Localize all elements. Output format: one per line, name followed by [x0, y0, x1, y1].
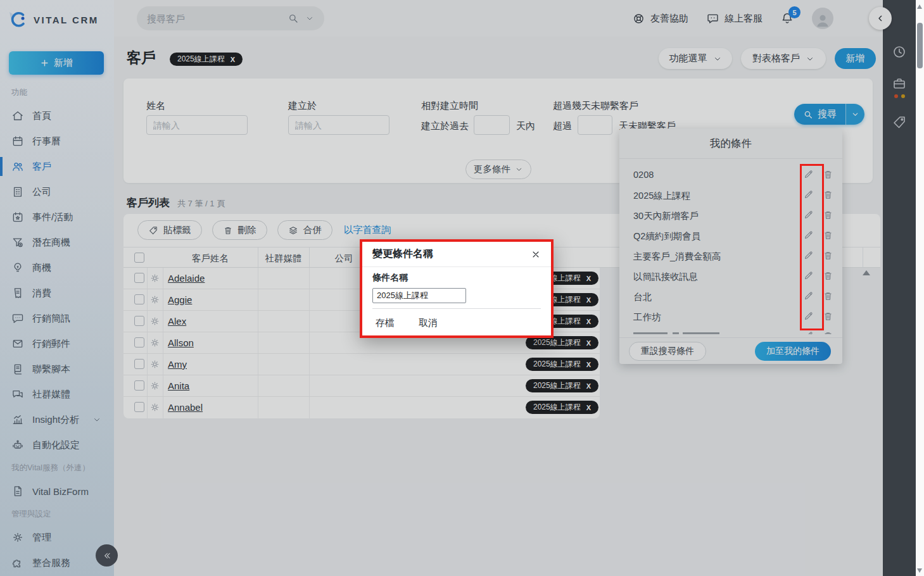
prefix-search-link[interactable]: 以字首查詢	[344, 224, 391, 236]
row-checkbox[interactable]	[134, 337, 144, 347]
search-icon[interactable]	[288, 13, 299, 24]
condition-name-input[interactable]	[372, 288, 466, 303]
sidebar-item-sms-marketing[interactable]: 行銷簡訊	[0, 306, 114, 331]
customer-name-link[interactable]: Aggie	[168, 294, 192, 305]
cancel-button[interactable]: 取消	[419, 317, 438, 329]
table-scroll-up-arrow[interactable]	[863, 270, 870, 275]
pencil-icon[interactable]	[803, 311, 814, 322]
sidebar-item-opportunities[interactable]: 商機	[0, 255, 114, 280]
condition-item[interactable]: Q2續約到期會員	[619, 225, 842, 246]
add-customer-button[interactable]: 新增	[835, 48, 876, 69]
app-logo[interactable]: VITAL CRM	[8, 10, 99, 29]
more-conditions-button[interactable]: 更多條件	[465, 160, 531, 179]
customer-name-link[interactable]: Adelaide	[168, 273, 205, 284]
name-filter-input[interactable]	[146, 115, 248, 135]
gear-icon[interactable]	[149, 316, 160, 327]
sidebar-item-insight[interactable]: Insight分析	[0, 407, 114, 432]
sidebar-item-customers[interactable]: 客戶	[0, 154, 114, 179]
delete-button[interactable]: 刪除	[212, 220, 267, 240]
global-search[interactable]	[137, 6, 324, 30]
active-filter-tag[interactable]: 2025線上課程 X	[170, 53, 243, 66]
add-to-my-conditions-button[interactable]: 加至我的條件	[755, 342, 831, 361]
condition-item[interactable]: 0208	[619, 165, 842, 185]
trash-icon[interactable]	[823, 311, 833, 322]
global-search-input[interactable]	[147, 13, 281, 24]
sidebar-item-leads[interactable]: 潛在商機	[0, 230, 114, 255]
sidebar-item-email-marketing[interactable]: 行銷郵件	[0, 331, 114, 356]
customer-name-link[interactable]: Anita	[168, 380, 189, 391]
row-tag[interactable]: 2025線上課程X	[526, 336, 598, 349]
created-filter-input[interactable]	[288, 115, 389, 135]
page-scrollbar[interactable]	[916, 0, 924, 576]
sidebar-item-contact-scripts[interactable]: 聯繫腳本	[0, 356, 114, 382]
pencil-icon[interactable]	[803, 210, 814, 220]
search-button[interactable]: 搜尋	[794, 104, 845, 125]
row-checkbox[interactable]	[134, 316, 144, 326]
customer-name-link[interactable]: Allson	[168, 337, 194, 348]
row-tag-close[interactable]: X	[586, 296, 591, 304]
trash-icon[interactable]	[823, 270, 833, 281]
row-tag[interactable]: 2025線上課程X	[526, 358, 598, 371]
pencil-icon[interactable]	[803, 250, 814, 261]
row-tag[interactable]: 2025線上課程X	[526, 379, 598, 392]
customer-name-link[interactable]: Alex	[168, 316, 186, 327]
row-checkbox[interactable]	[134, 402, 144, 412]
gear-icon[interactable]	[149, 337, 160, 348]
row-tag-close[interactable]: X	[586, 404, 591, 411]
notifications-button[interactable]: 5	[780, 11, 794, 25]
sidebar-item-spending[interactable]: 消費	[0, 280, 114, 306]
pencil-icon[interactable]	[803, 270, 814, 281]
pencil-icon[interactable]	[803, 291, 814, 301]
panel-collapse-button[interactable]	[869, 7, 892, 30]
customer-name-link[interactable]: Annabel	[168, 402, 203, 413]
row-tag-close[interactable]: X	[586, 339, 591, 347]
scrollbar-thumb[interactable]	[917, 23, 923, 68]
gear-icon[interactable]	[149, 380, 160, 391]
online-support-button[interactable]: 線上客服	[706, 12, 763, 25]
sidebar-item-automation[interactable]: 自動化設定	[0, 432, 114, 458]
customer-name-link[interactable]: Amy	[168, 359, 187, 370]
merge-button[interactable]: 合併	[277, 220, 332, 240]
sidebar-collapse-button[interactable]	[96, 544, 118, 567]
row-checkbox[interactable]	[134, 380, 144, 391]
column-header-name[interactable]: 客戶姓名	[163, 253, 258, 265]
pencil-icon[interactable]	[803, 169, 814, 180]
sidebar-item-manage[interactable]: 管理	[0, 525, 114, 550]
row-tag-close[interactable]: X	[586, 275, 591, 282]
trash-icon[interactable]	[823, 169, 833, 180]
select-all-checkbox[interactable]	[134, 253, 144, 263]
sidebar-new-button[interactable]: 新增	[9, 51, 104, 75]
trash-icon[interactable]	[823, 210, 833, 220]
pencil-icon[interactable]	[803, 230, 814, 241]
row-tag-close[interactable]: X	[586, 318, 591, 325]
scrollbar-up-arrow[interactable]	[917, 4, 922, 9]
row-checkbox[interactable]	[134, 294, 144, 304]
condition-item[interactable]: 2025線上課程	[619, 185, 842, 205]
uncontacted-days-input[interactable]	[578, 115, 612, 135]
row-tag-close[interactable]: X	[586, 382, 591, 390]
relative-days-input[interactable]	[474, 115, 510, 135]
search-scope-chevron-icon[interactable]	[305, 14, 314, 23]
trash-icon[interactable]	[823, 291, 833, 301]
condition-item[interactable]: 以簡訊接收訊息	[619, 266, 842, 286]
sidebar-item-home[interactable]: 首頁	[0, 103, 114, 128]
gear-icon[interactable]	[149, 294, 160, 305]
briefcase-tool[interactable]	[892, 76, 907, 98]
row-tag-close[interactable]: X	[586, 361, 591, 368]
sidebar-item-bizform[interactable]: Vital BizForm	[0, 479, 114, 504]
clock-icon[interactable]	[892, 44, 907, 59]
row-tag[interactable]: 2025線上課程X	[526, 401, 598, 414]
friendly-help-button[interactable]: 友善協助	[632, 12, 688, 25]
gear-icon[interactable]	[149, 359, 160, 370]
gear-icon[interactable]	[149, 402, 160, 413]
tag-label-button[interactable]: 貼標籤	[137, 220, 202, 240]
row-checkbox[interactable]	[134, 359, 144, 369]
sidebar-item-company[interactable]: 公司	[0, 179, 114, 204]
sidebar-item-calendar[interactable]: 行事曆	[0, 128, 114, 154]
row-checkbox[interactable]	[134, 273, 144, 283]
close-icon[interactable]	[531, 249, 541, 260]
scrollbar-down-arrow[interactable]	[917, 568, 922, 573]
condition-item[interactable]: 工作坊	[619, 306, 842, 327]
column-header-social[interactable]: 社群媒體	[258, 253, 309, 265]
user-avatar[interactable]	[812, 8, 833, 29]
